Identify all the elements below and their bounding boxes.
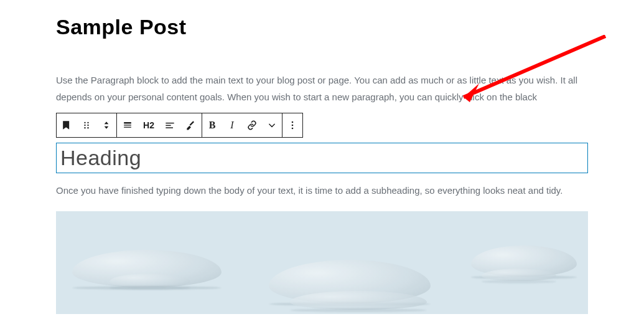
svg-rect-6 [124,122,131,124]
editor-container: Sample Post Use the Paragraph block to a… [0,0,644,314]
svg-rect-10 [166,125,170,126]
svg-point-13 [292,125,294,126]
paragraph-block-1[interactable]: Use the Paragraph block to add the main … [56,72,588,105]
svg-point-5 [87,127,88,128]
svg-point-14 [292,128,294,130]
svg-point-0 [84,122,85,123]
link-icon[interactable] [242,113,262,137]
toolbar-group-block [57,113,117,137]
block-type-icon[interactable] [57,113,77,137]
toolbar-group-more [282,113,302,137]
paragraph-block-2[interactable]: Once you have finished typing down the b… [56,182,588,199]
svg-point-12 [292,122,294,123]
svg-point-1 [87,122,88,123]
heading-level-label: H2 [143,120,154,130]
bold-button[interactable]: B [202,113,222,137]
svg-rect-8 [124,127,131,128]
svg-rect-7 [124,125,131,125]
more-formatting-chevron-down-icon[interactable] [262,113,282,137]
move-up-down-icon[interactable] [96,113,116,137]
svg-rect-9 [166,123,174,124]
italic-label: I [230,120,233,131]
svg-point-3 [87,125,88,126]
highlight-icon[interactable] [180,113,202,137]
cloud-graphic [110,274,190,287]
svg-point-4 [84,127,85,128]
cloud-graphic [482,269,556,281]
more-options-icon[interactable] [282,113,302,137]
post-title[interactable]: Sample Post [56,15,588,39]
italic-button[interactable]: I [222,113,242,137]
svg-point-2 [84,125,85,126]
heading-block[interactable]: Heading [56,143,588,173]
toolbar-group-align: H2 [117,113,202,137]
heading-level-button[interactable]: H2 [138,113,159,137]
align-icon[interactable] [117,113,138,137]
svg-rect-11 [166,127,173,128]
image-block[interactable] [56,211,588,314]
text-align-icon[interactable] [159,113,180,137]
cloud-graphic [290,291,427,310]
bold-label: B [209,120,216,131]
drag-handle-icon[interactable] [77,113,96,137]
block-toolbar: H2 B I [56,113,303,138]
toolbar-group-format: B I [202,113,282,137]
